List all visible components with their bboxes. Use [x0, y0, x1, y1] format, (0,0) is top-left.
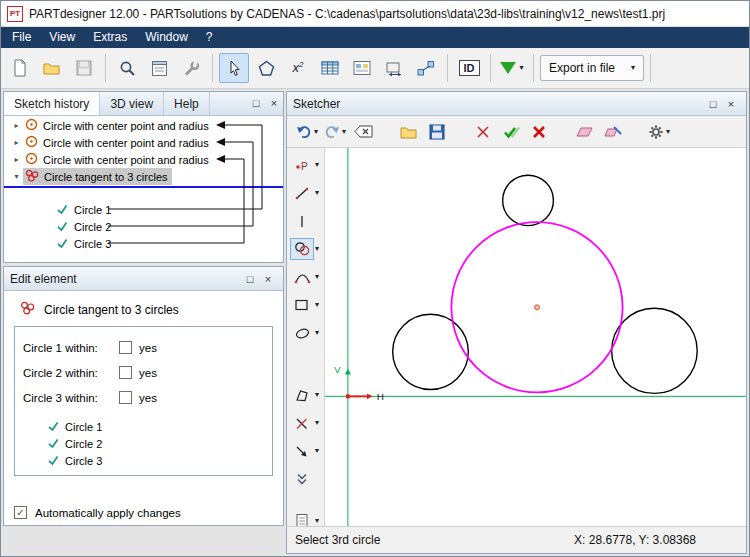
polygon-tool-button[interactable] — [290, 384, 314, 406]
rectangle-tool-caret[interactable]: ▾ — [315, 301, 319, 309]
cut-button[interactable] — [471, 120, 495, 144]
sheet-tool-caret[interactable]: ▾ — [315, 517, 319, 525]
tab-sketch-history[interactable]: Sketch history — [4, 92, 100, 115]
tree-child-row[interactable]: Circle 2 — [4, 218, 283, 235]
edit-circle-item[interactable]: Circle 1 — [23, 418, 264, 435]
arc-tool-caret[interactable]: ▾ — [315, 273, 319, 281]
select-mode-button[interactable] — [219, 53, 249, 83]
circle3-within-checkbox[interactable] — [119, 391, 132, 404]
tree-child-row[interactable]: Circle 3 — [4, 235, 283, 252]
export-dropdown-caret[interactable]: ▾ — [631, 64, 635, 72]
sketch-element-icon — [47, 454, 59, 468]
open-project-button[interactable] — [37, 53, 67, 83]
circle2-within-checkbox[interactable] — [119, 366, 132, 379]
tab-spacer — [210, 92, 247, 115]
line-tool-caret[interactable]: ▾ — [315, 189, 319, 197]
expand-collapsed-icon[interactable]: ▸ — [10, 155, 23, 164]
tab-help[interactable]: Help — [164, 92, 210, 115]
sketch-element-icon — [47, 437, 59, 451]
edit-close-button[interactable]: × — [259, 273, 277, 285]
line-tool-button[interactable] — [290, 182, 314, 204]
polygon-tool-caret[interactable]: ▾ — [315, 391, 319, 399]
edit-circle-label: Circle 1 — [65, 421, 102, 433]
dimension-button[interactable] — [379, 53, 409, 83]
rectangle-tool-button[interactable] — [290, 294, 314, 316]
arrow-tool-button[interactable] — [290, 440, 314, 462]
redo-dropdown-caret[interactable]: ▾ — [342, 128, 346, 136]
zoom-button[interactable] — [112, 53, 142, 83]
discard-button[interactable] — [527, 120, 551, 144]
menu-help[interactable]: ? — [197, 27, 222, 48]
tab-3d-view[interactable]: 3D view — [100, 92, 164, 115]
circle1-within-checkbox[interactable] — [119, 341, 132, 354]
more-tools-button[interactable] — [290, 468, 314, 490]
arrow-tool-caret[interactable]: ▾ — [315, 447, 319, 455]
point-tool-caret[interactable]: ▾ — [315, 161, 319, 169]
expand-expanded-icon[interactable]: ▾ — [10, 172, 23, 181]
tree-row[interactable]: ▸ Circle with center point and radius — [4, 151, 283, 168]
sketcher-settings-button[interactable]: ▾ — [647, 120, 671, 144]
sketcher-close-button[interactable]: × — [722, 98, 740, 110]
menu-view[interactable]: View — [40, 27, 84, 48]
erase-element-button[interactable] — [601, 120, 625, 144]
trim-tool-button[interactable] — [290, 412, 314, 434]
menu-extras[interactable]: Extras — [84, 27, 136, 48]
redo-button[interactable]: ▾ — [323, 120, 347, 144]
tree-row-label: Circle tangent to 3 circles — [44, 171, 168, 183]
sketch-mode-button[interactable] — [251, 53, 281, 83]
expand-collapsed-icon[interactable]: ▸ — [10, 121, 23, 130]
menu-window[interactable]: Window — [136, 27, 197, 48]
circle-tool-button[interactable] — [290, 238, 314, 260]
value-table-button[interactable] — [315, 53, 345, 83]
id-button[interactable]: ID — [454, 53, 484, 83]
settings-dropdown-caret[interactable]: ▾ — [666, 128, 670, 136]
generate-button[interactable]: ▾ — [497, 53, 527, 83]
menu-file[interactable]: File — [3, 27, 40, 48]
save-sketch-button[interactable] — [425, 120, 449, 144]
toolbar-separator — [105, 54, 106, 82]
circle2-within-row: Circle 2 within: yes — [23, 360, 264, 385]
history-close-button[interactable]: × — [265, 92, 283, 115]
circle3-within-label: Circle 3 within: — [23, 392, 119, 404]
erase-button[interactable] — [573, 120, 597, 144]
edit-element-content: Circle tangent to 3 circles Circle 1 wit… — [4, 291, 283, 525]
vertical-line-tool-button[interactable] — [290, 210, 314, 232]
arc-tool-button[interactable] — [290, 266, 314, 288]
new-document-button[interactable] — [5, 53, 35, 83]
apply-button[interactable] — [499, 120, 523, 144]
generate-dropdown-caret[interactable]: ▾ — [519, 64, 523, 72]
auto-apply-checkbox[interactable]: ✓ — [14, 506, 27, 519]
tools-button[interactable] — [176, 53, 206, 83]
ellipse-tool-caret[interactable]: ▾ — [315, 329, 319, 337]
export-in-file-button[interactable]: Export in file ▾ — [540, 55, 644, 81]
undo-dropdown-caret[interactable]: ▾ — [314, 128, 318, 136]
delete-last-button[interactable] — [351, 120, 375, 144]
edit-maximize-button[interactable]: □ — [241, 273, 259, 285]
sketcher-canvas-svg[interactable]: HV — [325, 148, 746, 526]
ellipse-tool-button[interactable] — [290, 322, 314, 344]
window-title: PARTdesigner 12.00 - PARTsolutions by CA… — [29, 7, 665, 21]
relations-button[interactable] — [411, 53, 441, 83]
expand-collapsed-icon[interactable]: ▸ — [10, 138, 23, 147]
tree-row[interactable]: ▸ Circle with center point and radius — [4, 117, 283, 134]
trim-tool-caret[interactable]: ▾ — [315, 419, 319, 427]
undo-button[interactable]: ▾ — [295, 120, 319, 144]
sketcher-canvas[interactable]: HV — [325, 148, 746, 526]
form-view-button[interactable] — [144, 53, 174, 83]
circle-tool-caret[interactable]: ▾ — [315, 245, 319, 253]
circle2-within-value: yes — [139, 367, 157, 379]
preview-button[interactable] — [347, 53, 377, 83]
edit-circle-item[interactable]: Circle 2 — [23, 435, 264, 452]
eraser-icon — [576, 126, 594, 138]
save-project-button[interactable] — [69, 53, 99, 83]
sketcher-maximize-button[interactable]: □ — [704, 98, 722, 110]
load-sketch-button[interactable] — [397, 120, 421, 144]
point-tool-button[interactable]: P — [290, 154, 314, 176]
tree-row[interactable]: ▸ Circle with center point and radius — [4, 134, 283, 151]
variables-button[interactable]: x2 — [283, 53, 313, 83]
green-check-icon — [503, 125, 520, 139]
tree-child-row[interactable]: Circle 1 — [4, 201, 283, 218]
tree-row-selected[interactable]: ▾ Circle tangent to 3 circles — [4, 168, 283, 185]
edit-circle-item[interactable]: Circle 3 — [23, 452, 264, 469]
history-maximize-button[interactable]: □ — [247, 92, 265, 115]
